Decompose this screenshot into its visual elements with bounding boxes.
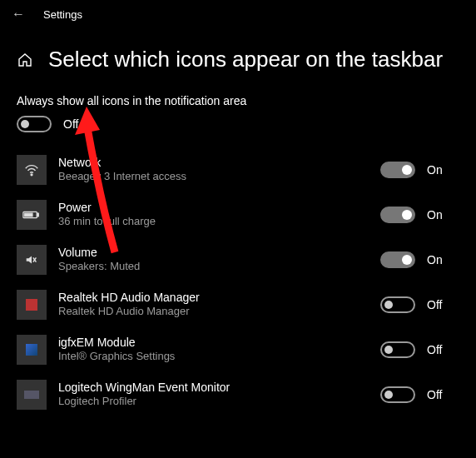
volume-mute-icon (17, 245, 47, 275)
back-button[interactable]: ← (10, 7, 27, 22)
item-toggle[interactable] (380, 386, 415, 403)
item-title: Network (58, 156, 380, 171)
master-toggle-section: Always show all icons in the notificatio… (17, 94, 459, 132)
item-toggle[interactable] (380, 251, 415, 268)
master-toggle-state: Off (63, 117, 78, 131)
app-name: Settings (43, 8, 82, 21)
item-toggle[interactable] (380, 207, 415, 223)
list-item: Realtek HD Audio Manager Realtek HD Audi… (17, 282, 459, 327)
svg-point-0 (31, 174, 32, 176)
item-subtitle: Logitech Profiler (58, 395, 380, 409)
item-toggle-state: On (427, 208, 443, 222)
battery-icon (17, 200, 47, 230)
list-item: Logitech WingMan Event Monitor Logitech … (17, 372, 459, 417)
item-subtitle: Speakers: Muted (58, 260, 380, 274)
item-title: Volume (58, 246, 380, 261)
title-row: Select which icons appear on the taskbar (0, 28, 476, 94)
intel-icon (17, 335, 47, 365)
wifi-icon (17, 155, 47, 185)
home-icon[interactable] (17, 52, 33, 68)
item-title: igfxEM Module (58, 336, 380, 351)
item-title: Power (58, 201, 380, 216)
realtek-icon (17, 290, 47, 320)
item-toggle-state: On (427, 253, 443, 266)
list-item: Power 36 min to full charge On (17, 192, 459, 237)
window-header: ← Settings (0, 0, 476, 28)
svg-rect-2 (37, 213, 38, 217)
list-item: Network Beeagey 3 Internet access On (17, 147, 459, 192)
list-item: Volume Speakers: Muted On (17, 237, 459, 282)
list-item: igfxEM Module Intel® Graphics Settings O… (17, 327, 459, 372)
master-toggle-label: Always show all icons in the notificatio… (17, 94, 459, 107)
item-toggle-state: Off (427, 343, 442, 356)
logitech-icon (17, 380, 47, 410)
item-toggle-state: On (427, 163, 443, 177)
item-subtitle: Intel® Graphics Settings (58, 350, 380, 364)
page-title: Select which icons appear on the taskbar (48, 47, 443, 72)
item-toggle[interactable] (380, 162, 415, 178)
svg-rect-3 (25, 213, 32, 217)
item-title: Logitech WingMan Event Monitor (58, 381, 380, 396)
item-toggle-state: Off (427, 388, 442, 401)
master-toggle[interactable] (17, 116, 52, 132)
item-toggle[interactable] (380, 296, 415, 313)
item-title: Realtek HD Audio Manager (58, 291, 380, 306)
item-subtitle: 36 min to full charge (58, 215, 380, 229)
item-subtitle: Realtek HD Audio Manager (58, 305, 380, 319)
item-subtitle: Beeagey 3 Internet access (58, 170, 380, 184)
item-toggle-state: Off (427, 298, 442, 311)
item-toggle[interactable] (380, 341, 415, 358)
